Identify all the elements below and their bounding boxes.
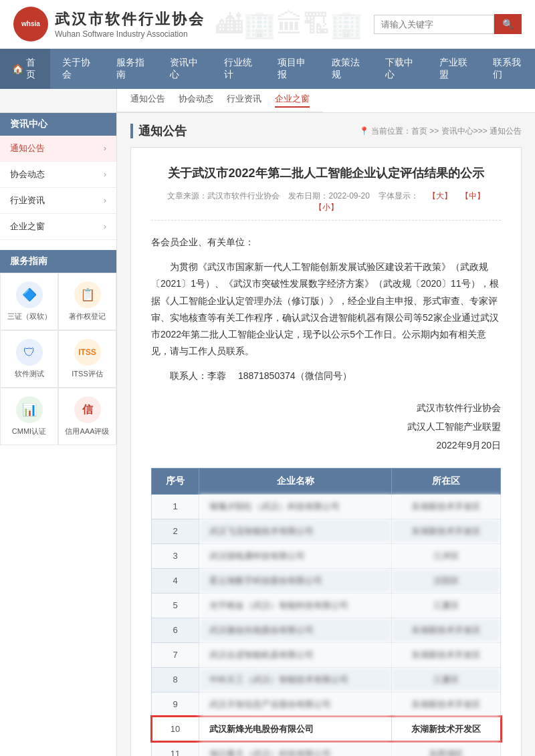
breadcrumb-current-location: 当前位置：首页 >> 资讯中心>>> 通知公告 bbox=[371, 126, 522, 137]
cell-num: 5 bbox=[152, 593, 199, 618]
nav-download[interactable]: 下载中心 bbox=[373, 49, 427, 89]
sidebar-services-title: 服务指南 bbox=[0, 250, 116, 273]
chevron-right-icon: › bbox=[104, 170, 106, 179]
article-title: 关于武汉市2022年第二批人工智能企业认定评估结果的公示 bbox=[151, 164, 501, 182]
credit-icon: 信 bbox=[74, 396, 101, 423]
page-title: 通知公告 bbox=[138, 123, 187, 139]
cell-area: 江岸区 bbox=[392, 543, 501, 568]
org-name-cn: 武汉市软件行业协会 bbox=[55, 9, 205, 29]
sub-nav-enterprise[interactable]: 企业之窗 bbox=[275, 93, 310, 108]
org-name-en: Wuhan Software Industry Association bbox=[55, 29, 205, 39]
sub-nav-notice[interactable]: 通知公告 bbox=[130, 93, 165, 108]
cell-area: 东湖新技术开发区 bbox=[392, 618, 501, 642]
org-name-block: 武汉市软件行业协会 Wuhan Software Industry Associ… bbox=[55, 9, 205, 39]
nav-policy[interactable]: 政策法规 bbox=[320, 49, 374, 89]
cell-num: 3 bbox=[152, 543, 199, 568]
sidebar-item-enterprise[interactable]: 企业之窗 › bbox=[0, 214, 116, 240]
article-signature: 武汉市软件行业协会 武汉人工智能产业联盟 2022年9月20日 bbox=[151, 398, 501, 455]
article-date: 发布日期：2022-09-20 bbox=[288, 191, 369, 201]
chevron-right-icon: › bbox=[104, 222, 106, 231]
cmmi-icon: 📊 bbox=[16, 396, 43, 423]
cell-area: 东湖新技术开发区 bbox=[392, 494, 501, 519]
nav-home-label: 首页 bbox=[26, 57, 38, 81]
cell-name: 中科天工（武汉）智能技术有限公司 bbox=[199, 667, 392, 692]
sub-nav-industry[interactable]: 行业资讯 bbox=[227, 93, 261, 108]
sanzhen-icon: 🔷 bbox=[16, 281, 43, 308]
table-row: 3武汉国电通科技有限公司江岸区 bbox=[152, 543, 501, 568]
cell-num: 10 bbox=[152, 717, 199, 741]
nav-contact[interactable]: 联系我们 bbox=[481, 49, 535, 89]
cell-num: 11 bbox=[152, 741, 199, 756]
sidebar-item-industry[interactable]: 行业资讯 › bbox=[0, 188, 116, 214]
cell-area: 东湖新技术开发区 bbox=[392, 642, 501, 667]
article-paragraph1: 为贯彻《武汉市国家新一代人工智能创新发展试验区建设若干政策》（武政规〔2021〕… bbox=[151, 259, 501, 360]
article-meta: 文章来源：武汉市软件行业协会 发布日期：2022-09-20 字体显示： 【大】… bbox=[151, 191, 501, 221]
service-credit[interactable]: 信 信用AAA评级 bbox=[58, 388, 116, 445]
breadcrumb: 📍 当前位置：首页 >> 资讯中心>>> 通知公告 bbox=[359, 126, 522, 137]
article-contact: 联系人：李蓉 18871850374（微信同号） bbox=[151, 368, 501, 384]
cell-name: 武汉微创光电股份有限公司 bbox=[199, 618, 392, 642]
font-small-btn[interactable]: 【小】 bbox=[314, 203, 338, 212]
cell-num: 2 bbox=[152, 519, 199, 543]
content-area: 通知公告 📍 当前位置：首页 >> 资讯中心>>> 通知公告 关于武汉市2022… bbox=[117, 113, 535, 756]
article-box: 关于武汉市2022年第二批人工智能企业认定评估结果的公示 文章来源：武汉市软件行… bbox=[130, 147, 522, 756]
cell-area: 汉阳区 bbox=[392, 568, 501, 593]
location-icon: 📍 bbox=[359, 126, 369, 136]
font-mid-btn[interactable]: 【中】 bbox=[461, 191, 485, 201]
cell-area: 东湖新技术开发区 bbox=[392, 692, 501, 717]
nav-stats[interactable]: 行业统计 bbox=[212, 49, 266, 89]
search-button[interactable]: 🔍 bbox=[494, 14, 522, 34]
logo-icon: whsia bbox=[13, 7, 48, 41]
cell-num: 8 bbox=[152, 667, 199, 692]
main-layout: 资讯中心 通知公告 › 协会动态 › 行业资讯 › 企业之窗 › 服务指南 🔷 … bbox=[0, 113, 535, 756]
cell-num: 4 bbox=[152, 568, 199, 593]
table-header-row: 序号 企业名称 所在区 bbox=[152, 468, 501, 494]
nav-about[interactable]: 关于协会 bbox=[50, 49, 104, 89]
sidebar-services: 服务指南 🔷 三证（双软） 📋 著作权登记 🛡 软件测试 ITSS ITSS评估 bbox=[0, 250, 116, 445]
sub-nav-association[interactable]: 协会动态 bbox=[179, 93, 213, 108]
cell-name: 旭日量天（武汉）科技有限公司 bbox=[199, 741, 392, 756]
chevron-right-icon: › bbox=[104, 144, 106, 153]
service-itss[interactable]: ITSS ITSS评估 bbox=[58, 330, 116, 388]
cell-name: 武汉新烽光电股份有限公司 bbox=[199, 717, 392, 741]
table-row: 10武汉新烽光电股份有限公司东湖新技术开发区 bbox=[152, 717, 501, 741]
sidebar-item-association[interactable]: 协会动态 › bbox=[0, 162, 116, 188]
service-copyright[interactable]: 📋 著作权登记 bbox=[58, 273, 116, 330]
cell-area: 东西湖区 bbox=[392, 741, 501, 756]
home-icon: 🏠 bbox=[12, 64, 23, 74]
col-name: 企业名称 bbox=[199, 468, 392, 494]
cell-num: 7 bbox=[152, 642, 199, 667]
service-software-test[interactable]: 🛡 软件测试 bbox=[0, 330, 58, 388]
copyright-icon: 📋 bbox=[74, 281, 101, 308]
table-row: 1璀璨夕阳红（武汉）科技有限公司东湖新技术开发区 bbox=[152, 494, 501, 519]
signature-line3: 2022年9月20日 bbox=[151, 436, 501, 455]
nav-news[interactable]: 资讯中心 bbox=[158, 49, 212, 89]
sub-nav: 通知公告 协会动态 行业资讯 企业之窗 bbox=[117, 89, 323, 112]
cell-num: 1 bbox=[152, 494, 199, 519]
cell-area: 江夏区 bbox=[392, 667, 501, 692]
company-table: 序号 企业名称 所在区 1璀璨夕阳红（武汉）科技有限公司东湖新技术开发区2武汉飞… bbox=[151, 468, 501, 757]
service-cmmi[interactable]: 📊 CMMI认证 bbox=[0, 388, 58, 445]
cell-name: 武汉合进智能机器有限公司 bbox=[199, 642, 392, 667]
cell-name: 璀璨夕阳红（武汉）科技有限公司 bbox=[199, 494, 392, 519]
table-row: 5光宇精金（武汉）智能科技有限公司江夏区 bbox=[152, 593, 501, 618]
service-sanzhen[interactable]: 🔷 三证（双软） bbox=[0, 273, 58, 330]
sidebar-item-notice[interactable]: 通知公告 › bbox=[0, 136, 116, 162]
cell-name: 星云海数字科技股份有限公司 bbox=[199, 568, 392, 593]
search-input[interactable] bbox=[374, 15, 494, 34]
header: whsia 武汉市软件行业协会 Wuhan Software Industry … bbox=[0, 0, 535, 49]
nav-alliance[interactable]: 产业联盟 bbox=[427, 49, 481, 89]
nav-services[interactable]: 服务指南 bbox=[104, 49, 158, 89]
col-num: 序号 bbox=[152, 468, 199, 494]
nav-project[interactable]: 项目申报 bbox=[265, 49, 320, 89]
cell-area: 江夏区 bbox=[392, 593, 501, 618]
cell-name: 武汉飞流智能技术有限公司 bbox=[199, 519, 392, 543]
signature-line2: 武汉人工智能产业联盟 bbox=[151, 417, 501, 436]
cell-area: 东湖新技术开发区 bbox=[392, 519, 501, 543]
table-row: 9武汉天智信息产业股份有限公司东湖新技术开发区 bbox=[152, 692, 501, 717]
nav-home[interactable]: 🏠 首页 bbox=[0, 49, 50, 89]
search-area: 🔍 bbox=[374, 14, 522, 34]
font-large-btn[interactable]: 【大】 bbox=[428, 191, 452, 201]
article-greeting: 各会员企业、有关单位： bbox=[151, 234, 501, 251]
table-row: 6武汉微创光电股份有限公司东湖新技术开发区 bbox=[152, 618, 501, 642]
